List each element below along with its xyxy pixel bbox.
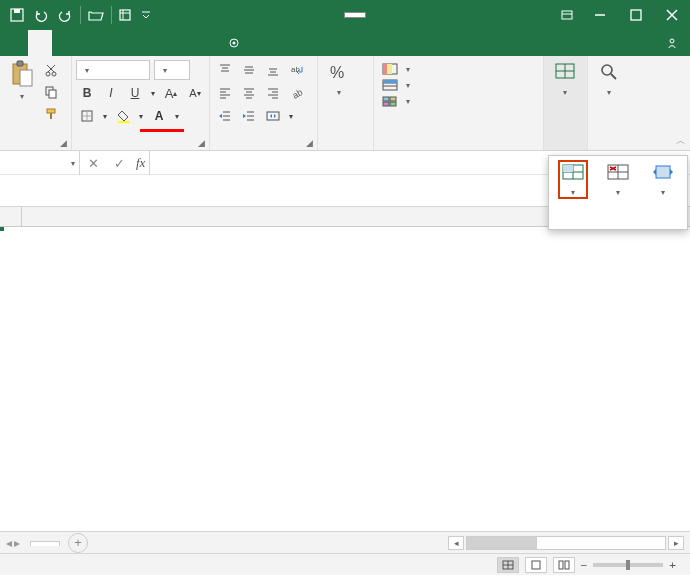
tab-home[interactable] [28, 30, 52, 56]
tab-formulas[interactable] [100, 30, 124, 56]
ribbon-display-icon[interactable] [552, 0, 582, 30]
zoom-out-button[interactable]: − [581, 559, 588, 571]
cancel-formula-button[interactable]: ✕ [80, 151, 106, 175]
paste-icon [10, 60, 34, 88]
tab-review[interactable] [148, 30, 172, 56]
svg-point-19 [52, 72, 56, 76]
format-as-table-button[interactable]: ▾ [378, 78, 414, 92]
font-color-dropdown[interactable]: ▾ [172, 106, 182, 126]
underline-button[interactable]: U [124, 83, 146, 103]
sheet-tabs-bar: ◂▸ + ◂ ▸ [0, 531, 690, 553]
spreadsheet-grid[interactable] [0, 207, 690, 531]
group-styles: ▾ ▾ ▾ [374, 56, 544, 150]
tab-file[interactable] [4, 30, 28, 56]
qat-dropdown-icon[interactable] [140, 4, 152, 26]
conditional-formatting-button[interactable]: ▾ [378, 62, 414, 76]
tab-help[interactable] [196, 30, 220, 56]
tab-tell-me[interactable] [220, 30, 252, 56]
number-format-button[interactable]: % ▾ [322, 58, 356, 99]
decrease-font-button[interactable]: A▾ [184, 83, 206, 103]
increase-font-button[interactable]: A▴ [160, 83, 182, 103]
group-clipboard: ▾ ◢ [0, 56, 72, 150]
decrease-indent-button[interactable] [214, 106, 236, 126]
normal-view-button[interactable] [497, 557, 519, 573]
align-center-button[interactable] [238, 83, 260, 103]
tab-data[interactable] [124, 30, 148, 56]
hscroll-right[interactable]: ▸ [668, 536, 684, 550]
ribbon-tabs [0, 30, 690, 56]
fx-icon[interactable]: fx [132, 155, 149, 171]
undo-icon[interactable] [30, 4, 52, 26]
increase-indent-button[interactable] [238, 106, 260, 126]
page-break-view-button[interactable] [553, 557, 575, 573]
tab-page-layout[interactable] [76, 30, 100, 56]
save-icon[interactable] [6, 4, 28, 26]
sheet-tab-active[interactable] [30, 541, 60, 546]
page-layout-view-button[interactable] [525, 557, 547, 573]
font-name-combo[interactable]: ▾ [76, 60, 150, 80]
wrap-text-button[interactable]: ab [286, 60, 308, 80]
insert-cells-button[interactable]: ▾ [558, 160, 588, 199]
font-color-button[interactable]: A [148, 106, 170, 126]
format-cells-button[interactable]: ▾ [648, 160, 678, 199]
svg-point-75 [602, 65, 612, 75]
clipboard-launcher-icon[interactable]: ◢ [60, 138, 67, 148]
customize-qat-icon[interactable] [116, 4, 138, 26]
enter-formula-button[interactable]: ✓ [106, 151, 132, 175]
add-sheet-button[interactable]: + [68, 533, 88, 553]
select-all-corner[interactable] [0, 207, 22, 226]
copy-button[interactable] [40, 82, 62, 102]
zoom-slider[interactable] [593, 563, 663, 567]
sheet-nav[interactable]: ◂▸ [0, 536, 26, 550]
font-size-combo[interactable]: ▾ [154, 60, 190, 80]
open-icon[interactable] [85, 4, 107, 26]
cells-flyout: ▾ ▾ ▾ [548, 155, 688, 230]
tab-insert[interactable] [52, 30, 76, 56]
cell-styles-button[interactable]: ▾ [378, 94, 414, 108]
editing-button[interactable]: ▾ [592, 58, 626, 99]
zoom-in-button[interactable]: + [669, 559, 676, 571]
delete-cells-button[interactable]: ▾ [603, 160, 633, 199]
borders-button[interactable] [76, 106, 98, 126]
tab-view[interactable] [172, 30, 196, 56]
italic-button[interactable]: I [100, 83, 122, 103]
zoom-thumb[interactable] [626, 560, 630, 570]
align-left-button[interactable] [214, 83, 236, 103]
underline-dropdown[interactable]: ▾ [148, 83, 158, 103]
minimize-button[interactable] [582, 0, 618, 30]
bold-button[interactable]: B [76, 83, 98, 103]
collapse-ribbon-icon[interactable]: ︿ [676, 134, 686, 148]
format-cells-icon [650, 162, 676, 184]
align-bottom-button[interactable] [262, 60, 284, 80]
hscroll-left[interactable]: ◂ [448, 536, 464, 550]
window-title [324, 12, 366, 18]
hscroll-thumb[interactable] [467, 537, 537, 549]
svg-rect-2 [120, 10, 130, 20]
close-button[interactable] [654, 0, 690, 30]
name-box[interactable]: ▾ [0, 151, 80, 175]
fill-color-button[interactable] [112, 106, 134, 126]
redo-icon[interactable] [54, 4, 76, 26]
svg-rect-17 [20, 70, 32, 86]
window-controls [552, 0, 690, 30]
maximize-button[interactable] [618, 0, 654, 30]
format-painter-button[interactable] [40, 104, 62, 124]
paste-button[interactable]: ▾ [4, 58, 40, 103]
orientation-button[interactable]: ab [286, 83, 308, 103]
font-launcher-icon[interactable]: ◢ [198, 138, 205, 148]
align-top-button[interactable] [214, 60, 236, 80]
fill-color-dropdown[interactable]: ▾ [136, 106, 146, 126]
svg-rect-67 [383, 80, 397, 83]
align-right-button[interactable] [262, 83, 284, 103]
hscroll-track[interactable] [466, 536, 666, 550]
cut-button[interactable] [40, 60, 62, 80]
alignment-launcher-icon[interactable]: ◢ [306, 138, 313, 148]
merge-button[interactable] [262, 106, 284, 126]
sign-in-button[interactable] [344, 12, 366, 18]
merge-dropdown[interactable]: ▾ [286, 106, 296, 126]
svg-rect-59 [267, 112, 279, 120]
share-button[interactable] [658, 30, 690, 56]
align-middle-button[interactable] [238, 60, 260, 80]
borders-dropdown[interactable]: ▾ [100, 106, 110, 126]
group-cells[interactable]: ▾ [544, 56, 588, 150]
